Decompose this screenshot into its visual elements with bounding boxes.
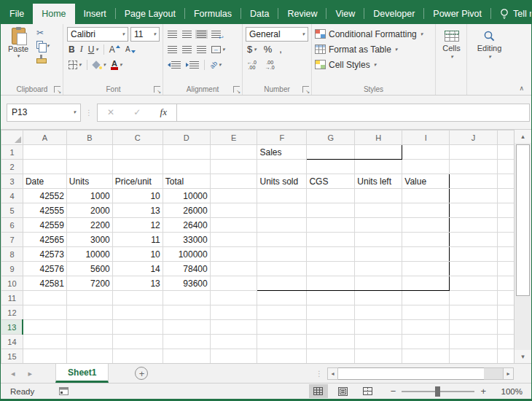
tab-home[interactable]: Home bbox=[33, 4, 74, 24]
cell-D15[interactable] bbox=[163, 349, 210, 364]
previous-sheet-icon[interactable]: ◂ bbox=[11, 369, 15, 378]
formula-input[interactable] bbox=[177, 104, 530, 122]
cell-H14[interactable] bbox=[355, 335, 402, 349]
cell-I8[interactable] bbox=[402, 247, 450, 262]
align-left-button[interactable] bbox=[166, 45, 179, 54]
cell-B12[interactable] bbox=[66, 305, 112, 320]
fill-color-button[interactable]: ▾ bbox=[91, 60, 108, 70]
cell-C12[interactable] bbox=[112, 305, 163, 320]
cell-styles-button[interactable]: Cell Styles ▾ bbox=[315, 57, 433, 72]
scroll-down-icon[interactable]: ▾ bbox=[515, 350, 531, 363]
font-color-button[interactable]: A▾ bbox=[109, 59, 123, 71]
cell-H15[interactable] bbox=[355, 349, 402, 364]
cell-B14[interactable] bbox=[66, 335, 112, 349]
cell-F6[interactable] bbox=[257, 218, 307, 233]
row-header-5[interactable]: 5 bbox=[1, 203, 23, 218]
center-button[interactable] bbox=[181, 45, 193, 54]
scroll-up-icon[interactable]: ▴ bbox=[515, 130, 531, 143]
cell-H4[interactable] bbox=[355, 189, 402, 203]
cell-G10[interactable] bbox=[307, 276, 355, 291]
cell-F10[interactable] bbox=[257, 276, 307, 291]
cell-G8[interactable] bbox=[307, 247, 355, 262]
cell-D3[interactable]: Total bbox=[163, 174, 210, 189]
cell-I2[interactable] bbox=[402, 160, 450, 174]
top-align-button[interactable] bbox=[166, 30, 179, 39]
increase-indent-button[interactable] bbox=[184, 61, 200, 69]
cell-partial[interactable] bbox=[497, 349, 515, 364]
cell-E3[interactable] bbox=[210, 174, 257, 189]
cell-E8[interactable] bbox=[210, 247, 257, 262]
increase-font-size-button[interactable]: A bbox=[108, 44, 122, 55]
editing-button[interactable]: Editing ▾ bbox=[470, 26, 509, 83]
cell-E9[interactable] bbox=[210, 262, 257, 276]
cell-F8[interactable] bbox=[257, 247, 307, 262]
font-family-select[interactable]: Calibri▾ bbox=[67, 27, 128, 42]
cell-F7[interactable] bbox=[257, 233, 307, 247]
zoom-in-button[interactable]: + bbox=[480, 386, 486, 397]
page-layout-view-button[interactable] bbox=[334, 384, 353, 398]
cell-A7[interactable]: 42565 bbox=[23, 233, 66, 247]
cell-J4[interactable] bbox=[450, 189, 498, 203]
cell-C9[interactable]: 14 bbox=[112, 262, 163, 276]
alignment-dialog-launcher-icon[interactable] bbox=[233, 86, 240, 93]
column-header-B[interactable]: B bbox=[66, 131, 112, 145]
cell-A12[interactable] bbox=[23, 305, 66, 320]
cell-partial[interactable] bbox=[497, 291, 515, 305]
cell-G14[interactable] bbox=[307, 335, 355, 349]
cell-I1[interactable] bbox=[402, 145, 450, 160]
zoom-slider[interactable] bbox=[402, 391, 474, 392]
cell-D14[interactable] bbox=[163, 335, 210, 349]
cell-J3[interactable] bbox=[450, 174, 498, 189]
cell-B8[interactable]: 10000 bbox=[66, 247, 112, 262]
currency-format-button[interactable]: $▾ bbox=[246, 43, 258, 55]
cell-G12[interactable] bbox=[307, 305, 355, 320]
cell-E6[interactable] bbox=[210, 218, 257, 233]
cell-H3[interactable]: Units left bbox=[355, 174, 402, 189]
decrease-indent-button[interactable] bbox=[166, 61, 182, 69]
cell-D11[interactable] bbox=[163, 291, 210, 305]
cell-F9[interactable] bbox=[257, 262, 307, 276]
collapse-ribbon-button[interactable]: ∧ bbox=[519, 85, 524, 92]
row-header-2[interactable]: 2 bbox=[1, 160, 23, 174]
column-header-H[interactable]: H bbox=[355, 131, 402, 145]
cell-H7[interactable] bbox=[355, 233, 402, 247]
bottom-align-button[interactable] bbox=[195, 30, 208, 39]
cell-C15[interactable] bbox=[112, 349, 163, 364]
cell-C10[interactable]: 13 bbox=[112, 276, 163, 291]
cell-B9[interactable]: 5600 bbox=[66, 262, 112, 276]
cell-partial[interactable] bbox=[497, 320, 515, 335]
column-header-C[interactable]: C bbox=[112, 131, 163, 145]
column-header-G[interactable]: G bbox=[307, 131, 355, 145]
cell-partial[interactable] bbox=[497, 174, 515, 189]
cell-B2[interactable] bbox=[66, 160, 112, 174]
cut-button[interactable]: ✂ bbox=[35, 28, 51, 38]
horizontal-scrollbar-thumb[interactable] bbox=[338, 367, 484, 380]
cell-D1[interactable] bbox=[163, 145, 210, 160]
tab-power-pivot[interactable]: Power Pivot bbox=[424, 4, 490, 24]
cell-E11[interactable] bbox=[210, 291, 257, 305]
cell-C4[interactable]: 10 bbox=[112, 189, 163, 203]
cell-B3[interactable]: Units bbox=[66, 174, 112, 189]
confirm-entry-button[interactable]: ✓ bbox=[133, 107, 141, 117]
tab-review[interactable]: Review bbox=[278, 4, 326, 24]
row-header-15[interactable]: 15 bbox=[1, 349, 23, 364]
vertical-scrollbar-thumb[interactable] bbox=[516, 144, 530, 296]
wrap-text-button[interactable]: ↩ bbox=[210, 30, 222, 39]
cell-C8[interactable]: 10 bbox=[112, 247, 163, 262]
insert-function-button[interactable]: fx bbox=[160, 106, 167, 118]
name-box[interactable]: P13 ▾ bbox=[7, 104, 81, 122]
cell-F5[interactable] bbox=[257, 203, 307, 218]
cell-A14[interactable] bbox=[23, 335, 66, 349]
cell-E1[interactable] bbox=[210, 145, 257, 160]
cell-A13[interactable] bbox=[23, 320, 66, 335]
cell-C5[interactable]: 13 bbox=[112, 203, 163, 218]
cell-F3[interactable]: Units sold bbox=[257, 174, 307, 189]
underline-button[interactable]: U▾ bbox=[87, 44, 100, 55]
row-header-6[interactable]: 6 bbox=[1, 218, 23, 233]
tab-tell-me[interactable]: Tell me bbox=[491, 4, 532, 24]
cells-button[interactable]: Cells ▾ bbox=[439, 26, 464, 83]
cell-partial[interactable] bbox=[497, 203, 515, 218]
cell-H6[interactable] bbox=[355, 218, 402, 233]
cell-F15[interactable] bbox=[257, 349, 307, 364]
cell-G6[interactable] bbox=[307, 218, 355, 233]
